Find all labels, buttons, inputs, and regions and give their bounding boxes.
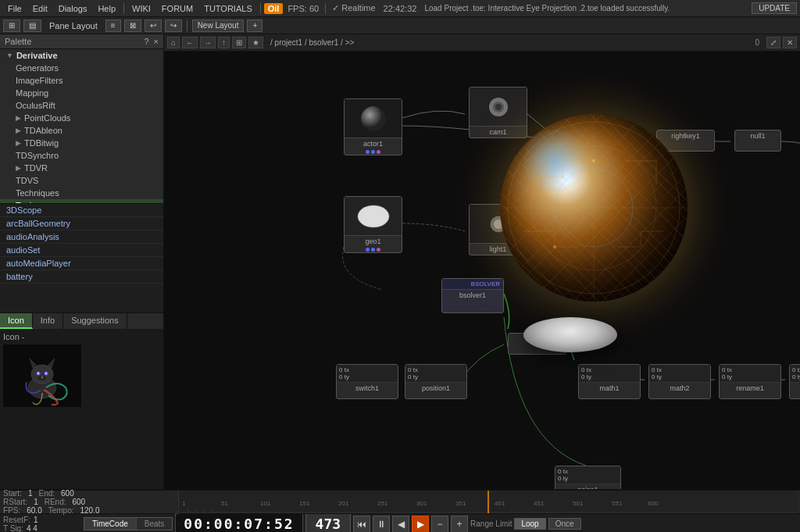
tree-tdvs[interactable]: TDVS (0, 174, 163, 187)
palette-close-btn[interactable]: × (154, 37, 159, 46)
transport-rewind-btn[interactable]: ⏮ (353, 516, 370, 533)
nt-up-btn[interactable]: ↑ (218, 37, 230, 48)
timestamp: 22:42:32 (380, 4, 420, 13)
ruler-svg: 1 51 101 151 201 251 301 351 401 451 501… (180, 491, 795, 513)
nt-home-btn[interactable]: ⌂ (167, 37, 180, 48)
nt-close-btn[interactable]: ✕ (783, 37, 797, 48)
tree-imagefilters[interactable]: ImageFilters (0, 74, 163, 87)
nt-expand-btn[interactable]: ⤢ (766, 37, 780, 48)
node-noise1[interactable]: 0 tx0 ty noise1 (555, 466, 621, 489)
tree-derivative[interactable]: ▼ Derivative (0, 49, 163, 62)
tree-oculusrift[interactable]: OculusRift (0, 99, 163, 112)
nt-star-btn[interactable]: ★ (248, 37, 263, 48)
palette-help-btn[interactable]: ? (144, 37, 148, 46)
menu-forum[interactable]: FORUM (157, 2, 198, 15)
fps-display: FPS: 60 (284, 4, 322, 13)
node-rename1[interactable]: 0 tx0 ty rename1 (719, 364, 781, 399)
nt-fwd-btn[interactable]: → (200, 37, 216, 48)
tb-icon2[interactable]: ⊠ (124, 20, 141, 32)
nt-grid-btn[interactable]: ⊞ (232, 37, 246, 48)
icon-canvas (3, 345, 81, 407)
tb-icon1[interactable]: ≡ (105, 20, 121, 32)
menu-edit[interactable]: Edit (28, 2, 52, 15)
pane-icon[interactable]: ⊞ (3, 20, 20, 32)
loop-btn[interactable]: Loop (514, 518, 545, 530)
comp-battery[interactable]: battery (0, 270, 163, 284)
dot-p (377, 150, 380, 154)
transport-plus-btn[interactable]: + (451, 516, 468, 533)
node-cam1-label: cam1 (470, 127, 527, 137)
node-actor1-svg (350, 102, 397, 136)
node-velocity1-label: velocity1 (790, 383, 800, 394)
realtime-toggle[interactable]: ✓ Realtime (329, 3, 378, 13)
tree-generators[interactable]: Generators (0, 62, 163, 74)
tree-mapping[interactable]: Mapping (0, 87, 163, 99)
transport-pause-btn[interactable]: ⏸ (373, 516, 390, 533)
comp-audioanalysis[interactable]: audioAnalysis (0, 230, 163, 244)
add-layout-button[interactable]: + (247, 20, 262, 32)
tree-tdsynchro[interactable]: TDSynchro (0, 149, 163, 162)
tb-icon3[interactable]: ↩ (145, 20, 162, 32)
menu-wiki[interactable]: WIKI (127, 2, 155, 15)
oil-badge: Oil (264, 3, 284, 14)
transport-minus-btn[interactable]: − (431, 516, 448, 533)
node-cam1-svg (475, 90, 522, 124)
node-null1[interactable]: null1 (734, 130, 781, 152)
tab-icon[interactable]: Icon (0, 313, 33, 329)
node-actor1[interactable]: actor1 (344, 98, 402, 155)
tree-tdvr[interactable]: ▶ TDVR (0, 162, 163, 174)
node-velocity1[interactable]: 0 tx0 ty velocity1 (789, 364, 800, 399)
node-math1-header: 0 tx0 ty (579, 365, 640, 383)
tc-beats-btn[interactable]: Beats (137, 518, 173, 530)
svg-point-2 (31, 365, 53, 384)
node-actor1-preview (345, 99, 402, 138)
range-limit-label: Range Limit (470, 520, 512, 528)
tab-suggestions[interactable]: Suggestions (63, 313, 127, 329)
tree-techniques[interactable]: Techniques (0, 187, 163, 199)
canvas-area[interactable]: actor1 cam1 (164, 52, 800, 489)
update-button[interactable]: UPDATE (752, 2, 797, 14)
tree-pointclouds[interactable]: ▶ PointClouds (0, 112, 163, 124)
new-layout-button[interactable]: New Layout (192, 20, 245, 32)
node-switch1[interactable]: 0 tx0 ty switch1 (336, 364, 398, 399)
menu-help[interactable]: Help (93, 2, 120, 15)
node-math1[interactable]: 0 tx0 ty math1 (578, 364, 641, 399)
label-tdableton: TDAbleon (24, 126, 62, 135)
comp-arcball[interactable]: arcBallGeometry (0, 217, 163, 230)
tree-tdableton[interactable]: ▶ TDAbleon (0, 124, 163, 137)
tree-tdbitwig[interactable]: ▶ TDBitwig (0, 137, 163, 149)
once-btn[interactable]: Once (548, 518, 581, 530)
node-bsolver1-badge: BSOLVER (442, 279, 503, 290)
node-cam1[interactable]: cam1 (469, 87, 527, 138)
node-math2-label: math2 (649, 383, 710, 394)
rstart-label: RStart: (3, 498, 27, 506)
menu-dialogs[interactable]: Dialogs (54, 2, 92, 15)
breadcrumb: / project1 / bsolver1 / >> (266, 38, 359, 47)
node-bsolver1-label: bsolver1 (442, 290, 503, 301)
divider1 (123, 3, 124, 14)
comp-audioset[interactable]: audioSet (0, 244, 163, 257)
tb-icon4[interactable]: ↪ (165, 20, 182, 32)
layout-icon[interactable]: ▤ (23, 20, 41, 32)
node-math2[interactable]: 0 tx0 ty math2 (648, 364, 711, 399)
node-geo1[interactable]: geo1 (344, 196, 402, 253)
tc-timecode-btn[interactable]: TimeCode (84, 518, 137, 530)
menu-file[interactable]: File (3, 2, 27, 15)
comp-3dscope[interactable]: 3DScope (0, 204, 163, 217)
transport-play-btn[interactable]: ▶ (412, 516, 429, 533)
svg-point-7 (38, 373, 39, 374)
nt-back-btn[interactable]: ← (182, 37, 198, 48)
transport-back-btn[interactable]: ◀ (392, 516, 409, 533)
node-position1[interactable]: 0 tx0 ty position1 (405, 364, 467, 399)
menu-tutorials[interactable]: TUTORIALS (199, 2, 257, 15)
node-bsolver1[interactable]: BSOLVER bsolver1 (441, 278, 504, 313)
svg-point-19 (358, 205, 389, 227)
timeline-bottom: ResetF: 1 T Sig: 4 4 TimeCode Beats 00:0… (0, 514, 800, 532)
svg-point-15 (495, 104, 502, 110)
arrow-derivative: ▼ (6, 52, 13, 59)
node-geo1-preview (345, 197, 402, 236)
label-generators: Generators (16, 63, 59, 73)
comp-automediaplayer[interactable]: autoMediaPlayer (0, 257, 163, 270)
svg-point-8 (45, 373, 47, 374)
tab-info[interactable]: Info (33, 313, 63, 329)
